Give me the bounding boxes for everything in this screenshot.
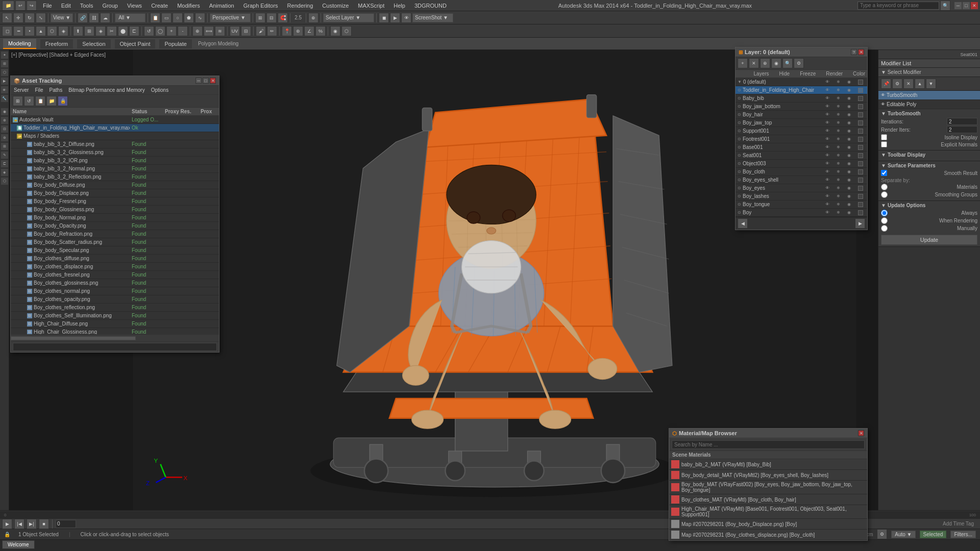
tab-populate[interactable]: Populate [159,39,191,48]
layer-hide-1[interactable]: 👁 [825,88,829,93]
panel-icon-3[interactable]: ⊟ [1,125,9,133]
motion-panel-icon[interactable]: ▶ [1,77,9,85]
layer-row-16[interactable]: ⊙ Boy 👁 ❄ ◉ [736,209,867,217]
select-btn[interactable]: ↖ [2,13,12,23]
asset-table-body[interactable]: 🔒 Autodesk Vault Logged O... 📄 Toddler_i… [11,116,219,140]
panel-icon-6[interactable]: ✎ [1,151,9,159]
move-up-btn[interactable]: ▲ [915,79,925,89]
at-copy-btn[interactable]: 📋 [35,96,45,106]
layer-row-5[interactable]: ⊙ Boy_jaw_top 👁 ❄ ◉ [736,119,867,127]
layer-color-5[interactable] [858,120,863,126]
layer-row-0[interactable]: ▼ 0 (default) 👁 ❄ ◉ [736,78,867,86]
mat-row-0[interactable]: baby_bib_2_MAT (VRayMtl) [Baby_Bib] [669,459,867,470]
at-row-6[interactable]: 🖼 baby_bib_3_2_Normal.png Found [11,165,219,173]
layer-render-5[interactable]: ◉ [847,120,851,126]
layer-hide-3[interactable]: 👁 [825,104,829,109]
layer-freeze-16[interactable]: ❄ [837,210,840,215]
layer-row-1[interactable]: ⊙ Toddler_in_Folding_High_Chair 👁 ❄ ◉ [736,86,867,94]
brush-btn[interactable]: ✏ [267,26,277,36]
layer-render-13[interactable]: ◉ [847,186,851,191]
layer-color-16[interactable] [858,210,863,215]
minimize-btn[interactable]: ─ [954,2,962,9]
at-close-btn[interactable]: ✕ [210,78,216,84]
layer-color-1[interactable] [858,88,863,93]
pct-snap-btn[interactable]: % [315,26,326,36]
circle-sel-btn[interactable]: ○ [173,13,183,23]
at-row-4[interactable]: 🖼 baby_bib_3_2_Glossiness.png Found [11,148,219,157]
bottom-tab-welcome[interactable]: Welcome [2,540,35,549]
prev-frame-btn[interactable]: |◀ [14,519,24,529]
layer-help-btn[interactable]: ? [851,49,857,55]
always-radio[interactable] [881,210,888,216]
menu-file[interactable]: File [40,2,55,10]
materials-radio[interactable] [881,184,888,190]
frame-input[interactable] [56,520,76,528]
layer-render-12[interactable]: ◉ [847,178,851,183]
menu-views[interactable]: Views [124,2,145,10]
layer-freeze-8[interactable]: ❄ [837,145,840,150]
bevel-btn[interactable]: ◈ [95,26,106,36]
snap-3d-btn[interactable]: 📍 [282,26,292,36]
at-menu-server[interactable]: Server [13,87,30,93]
tab-freeform[interactable]: Freeform [40,39,74,48]
layer-color-11[interactable] [858,169,863,174]
layer-color-12[interactable] [858,178,863,183]
layer-render-1[interactable]: ◉ [847,88,851,93]
layer-row-15[interactable]: ⊙ Boy_tongue 👁 ❄ ◉ [736,201,867,209]
at-row-24[interactable]: 🖼 Boy_clothes_Self_Illumination.png Foun… [11,312,219,320]
layer-color-14[interactable] [858,194,863,199]
layer-row-2[interactable]: ⊙ Baby_bib 👁 ❄ ◉ [736,94,867,103]
lasso-sel-btn[interactable]: ∿ [195,13,205,23]
at-row-21[interactable]: 🖼 Boy_clothes_normal.png Found [11,287,219,295]
turbosm-section-header[interactable]: ▼ TurboSmooth [881,111,977,116]
asset-files-body[interactable]: 🖼 baby_bib_3_2_Diffuse.png Found 🖼 baby_… [11,140,219,334]
layer-render-15[interactable]: ◉ [847,202,851,207]
at-row-12[interactable]: 🖼 Boy_body_Normal.png Found [11,214,219,222]
layer-color-9[interactable] [858,153,863,158]
layer-render-7[interactable]: ◉ [847,137,851,142]
layer-render-14[interactable]: ◉ [847,194,851,199]
layer-color-2[interactable] [858,96,863,101]
at-scrollbar-thumb[interactable] [11,336,136,340]
inset-btn[interactable]: ⊞ [84,26,94,36]
poly-btn[interactable]: ◻ [2,26,12,36]
layer-row-12[interactable]: ⊙ Boy_eyes_shell 👁 ❄ ◉ [736,176,867,184]
layer-color-7[interactable] [858,137,863,142]
menu-graph-editors[interactable]: Graph Editors [240,2,281,10]
at-row-26[interactable]: 🖼 High_Chair_Glossiness.png Found [11,328,219,334]
layer-delete-btn[interactable]: ✕ [749,58,759,68]
layer-hide-14[interactable]: 👁 [825,194,829,199]
snap-settings-btn[interactable]: ⚙ [877,529,887,539]
at-row-vault[interactable]: 🔒 Autodesk Vault Logged O... [11,116,219,124]
at-row-3[interactable]: 🖼 baby_bib_3_2_Diffuse.png Found [11,140,219,148]
at-menu-file[interactable]: File [34,87,44,93]
viewport-label-dropdown[interactable]: Perspective ▼ [210,13,251,22]
tab-selection[interactable]: Selection [77,39,110,48]
layer-render-4[interactable]: ◉ [847,112,851,117]
menu-rendering[interactable]: Rendering [284,2,316,10]
at-vault-btn[interactable]: 🔒 [58,96,68,106]
layer-freeze-9[interactable]: ❄ [837,153,840,158]
at-restore-btn[interactable]: □ [203,78,209,84]
layer-hide-6[interactable]: 👁 [825,129,829,134]
update-options-header[interactable]: ▼ Update Options [881,203,977,208]
layer-hide-4[interactable]: 👁 [825,112,829,117]
next-frame-btn[interactable]: ▶| [27,519,37,529]
at-row-7[interactable]: 🖼 baby_bib_3_2_Reflection.png Found [11,173,219,181]
explicit-normals-checkbox[interactable] [881,141,887,147]
layer-hide-13[interactable]: 👁 [825,186,829,191]
menu-maxscript[interactable]: MAXScript [355,2,387,10]
layer-color-8[interactable] [858,145,863,150]
unwrap-btn[interactable]: ⊟ [241,26,251,36]
layer-row-7[interactable]: ⊙ Footrest001 👁 ❄ ◉ [736,135,867,143]
render-iters-input[interactable] [947,126,977,133]
layer-render-2[interactable]: ◉ [847,96,851,101]
layer-render-0[interactable]: ◉ [847,80,851,85]
turbosm-modifier-item[interactable]: 👁 TurboSmooth [878,91,980,100]
layer-row-8[interactable]: ⊙ Base001 👁 ❄ ◉ [736,143,867,152]
asset-scrollbar[interactable] [11,334,219,341]
layer-color-4[interactable] [858,112,863,117]
manually-radio[interactable] [881,225,888,232]
relax-btn[interactable]: ≋ [215,26,225,36]
layer-row-4[interactable]: ⊙ Boy_hair 👁 ❄ ◉ [736,111,867,119]
